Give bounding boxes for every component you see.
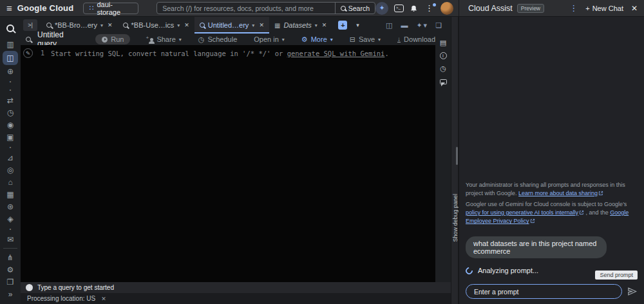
close-tab-icon[interactable]: ✕	[184, 22, 189, 28]
scheduled-queries-icon[interactable]: ◷	[0, 106, 21, 119]
avatar[interactable]	[440, 2, 453, 15]
save-icon: ⊟	[350, 35, 355, 44]
show-debug-panel-label[interactable]: Show debug panel	[452, 194, 459, 242]
generative-ai-policy-link[interactable]: policy for using generative AI tools int…	[466, 209, 578, 216]
project-selector[interactable]: ∷ daui-storage	[83, 3, 138, 14]
hint-period: .	[384, 50, 388, 57]
fullscreen-icon[interactable]: ❏	[435, 21, 442, 30]
send-prompt-icon[interactable]	[627, 286, 638, 297]
clear-location-icon[interactable]: ✕	[101, 296, 106, 302]
external-link-icon	[598, 190, 603, 198]
more-options-icon[interactable]: ⋮	[424, 3, 435, 13]
gemini-icon[interactable]: ✦	[375, 2, 388, 15]
data-transfers-icon[interactable]: ⇄	[0, 94, 21, 106]
processing-location-bar: Processing location: US ✕	[21, 293, 451, 304]
globe2-icon[interactable]: ⊛	[0, 200, 21, 213]
sql-editor-icon[interactable]: ◫	[0, 50, 21, 65]
chevron-down-icon: ▾	[179, 37, 182, 43]
panel-collapse-icon[interactable]: »	[0, 288, 21, 300]
chevron-down-icon[interactable]: ▾	[252, 23, 254, 28]
tab-query-2[interactable]: *BB-Use…ics ▾ ✕	[118, 17, 194, 33]
close-assist-icon[interactable]: ✕	[631, 4, 638, 13]
close-tab-icon[interactable]: ✕	[108, 22, 113, 28]
tag-icon[interactable]: ❐	[0, 276, 21, 288]
run-label: Run	[111, 35, 124, 43]
line-number: 1	[37, 50, 44, 57]
prompt-input[interactable]	[466, 284, 622, 299]
google-cloud-logo[interactable]: Google Cloud	[17, 3, 76, 13]
feedback-icon[interactable]	[440, 77, 447, 86]
open-in-label: Open in	[254, 35, 279, 43]
collapse-explorer-icon[interactable]: >|	[23, 19, 37, 31]
comment-icon[interactable]: ✉	[0, 233, 21, 245]
tab-overflow-icon[interactable]: ▾	[356, 22, 359, 28]
info-icon[interactable]: i	[440, 52, 447, 60]
analytics-icon[interactable]: ⊿	[0, 151, 21, 164]
notifications-icon[interactable]	[410, 4, 418, 12]
governance-icon[interactable]: ◉	[0, 119, 21, 131]
new-chat-label: New Chat	[592, 5, 623, 12]
more-button[interactable]: ⚙ More ▾	[301, 35, 333, 44]
share-button[interactable]: Share ▾	[147, 35, 181, 43]
monitoring-icon[interactable]: ▥	[0, 38, 21, 50]
tab-label: Untitled…ery	[208, 21, 249, 29]
generate-sql-link[interactable]: generate SQL with Gemini	[287, 50, 385, 57]
chevron-down-icon[interactable]: ▾	[315, 23, 317, 28]
capture-icon[interactable]: ▣	[0, 131, 21, 143]
open-in-button[interactable]: Open in ▾	[254, 35, 285, 43]
search-button[interactable]: Search	[335, 3, 375, 14]
show-debug-panel-strip[interactable]: Show debug panel	[451, 17, 459, 304]
run-button[interactable]: Run	[95, 34, 130, 44]
cloud-assist-header: Cloud Assist Preview ⋮ + New Chat ✕	[459, 0, 644, 17]
close-tab-icon[interactable]: ✕	[322, 22, 327, 28]
processing-location: Processing location: US	[27, 295, 95, 302]
globe-icon[interactable]: ⊕	[0, 65, 21, 77]
tabbar-actions: ◫ ▬ ✦▾ ❏	[386, 17, 451, 33]
org-icon[interactable]: ⋔	[0, 251, 21, 263]
history-icon[interactable]: ◷	[440, 64, 446, 73]
gemini-pen-icon[interactable]: ✎	[23, 48, 33, 58]
magic-glyph: ✦	[416, 21, 422, 30]
sql-editor[interactable]: ✎ 1 Start writing SQL, convert natural l…	[21, 45, 435, 282]
tab-untitled-query[interactable]: Untitled…ery ▾ ✕	[194, 17, 269, 33]
schedule-button[interactable]: ◷ Schedule	[198, 35, 237, 44]
learn-more-link[interactable]: Learn more about data sharing	[518, 190, 598, 196]
tab-datasets[interactable]: ▦ Datasets ▾ ✕	[269, 17, 332, 33]
close-tab-icon[interactable]: ✕	[259, 22, 264, 28]
user-message-row: what datasets are in this project named …	[466, 229, 638, 258]
compass-icon[interactable]: ◎	[0, 164, 21, 176]
info-glyph: i	[440, 52, 447, 59]
settings-icon[interactable]: ⚙	[0, 263, 21, 276]
query-validator-icon[interactable]: ▤	[440, 39, 446, 47]
split-view-icon[interactable]: ◫	[386, 21, 392, 30]
bank-icon[interactable]: ⌂	[0, 176, 21, 188]
disclaimer-text: , and the	[584, 209, 610, 216]
info-icon: i	[26, 284, 33, 291]
add-tab-button[interactable]: +	[338, 21, 347, 30]
chevron-down-icon: ▾	[282, 37, 285, 43]
scrollbar-handle[interactable]	[456, 147, 458, 165]
query-tab-icon	[123, 23, 128, 28]
schedule-label: Schedule	[207, 35, 237, 43]
assist-menu-icon[interactable]: ⋮	[569, 3, 578, 13]
download-button[interactable]: ↓ Download	[397, 35, 435, 43]
cloud-shell-icon[interactable]: >_	[394, 5, 404, 12]
terminal-icon[interactable]: ▬	[401, 21, 408, 29]
diamond-icon[interactable]: ◈	[0, 213, 21, 225]
nav-dot: •	[0, 225, 21, 233]
chevron-down-icon[interactable]: ▾	[100, 23, 103, 28]
search-icon	[341, 6, 346, 11]
magic-assist-icon[interactable]: ✦▾	[416, 21, 427, 30]
table-icon[interactable]: ▦	[0, 188, 21, 200]
preview-badge: Preview	[517, 4, 544, 13]
data-sharing-disclaimer: Your administrator is sharing all prompt…	[466, 181, 638, 198]
save-button[interactable]: ⊟ Save ▾	[350, 35, 381, 44]
clock-icon: ◷	[198, 35, 205, 44]
download-icon: ↓	[397, 36, 401, 43]
hint-text: Start writing SQL, convert natural langu…	[51, 50, 287, 57]
new-chat-button[interactable]: + New Chat	[585, 5, 623, 12]
bigquery-logo-icon[interactable]	[6, 19, 14, 38]
chevron-down-icon[interactable]: ▾	[177, 23, 180, 28]
search-input[interactable]	[157, 3, 334, 14]
menu-icon[interactable]: ≡	[6, 3, 12, 14]
